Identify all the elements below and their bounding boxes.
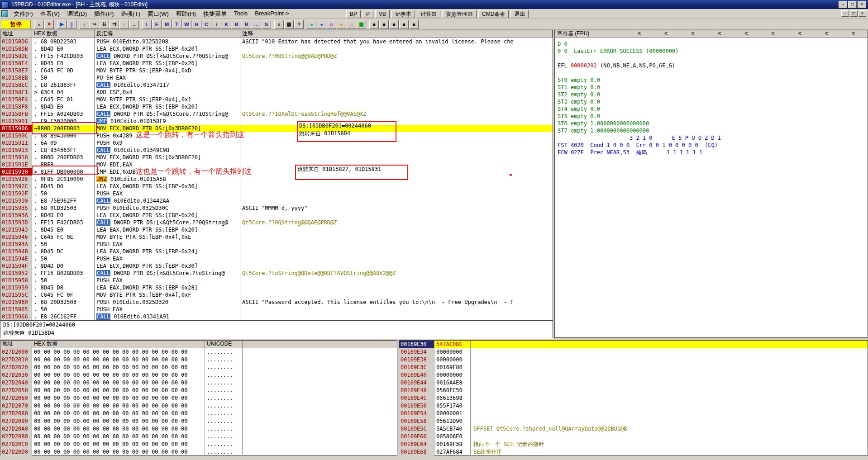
disasm-row[interactable]: 01D1594B. 8D45 DCLEA EAX,DWORD PTR SS:[E… — [0, 248, 553, 255]
pause-icon[interactable]: ║ — [67, 20, 76, 29]
disasm-row[interactable]: 01D158E4. 8D45 E0LEA EAX,DWORD PTR SS:[E… — [0, 60, 553, 67]
register-line[interactable]: FCW 027F Prec NEAR,53 掩码 1 1 1 1 1 1 — [555, 149, 868, 156]
animate-into-icon[interactable]: ⇊ — [100, 20, 109, 29]
handles-window-button[interactable]: H — [192, 20, 201, 29]
plugin-slot-2-icon[interactable]: ■ — [379, 20, 389, 29]
register-line[interactable]: ST4 empty 0.0 — [555, 105, 868, 113]
collapse-chevron-icon[interactable]: < — [852, 30, 855, 38]
collapse-chevron-icon[interactable]: < — [772, 30, 775, 38]
memory-map-icon[interactable]: ▦ — [284, 20, 294, 29]
register-line[interactable]: D 0 — [555, 40, 868, 47]
disasm-row[interactable]: 01D158DB. 8D4D E0LEA ECX,DWORD PTR SS:[E… — [0, 45, 553, 52]
disasm-row[interactable]: 01D1593A. 8D4D E0LEA ECX,DWORD PTR SS:[E… — [0, 212, 553, 219]
dump-row[interactable]: 027D205000 00 00 00 00 00 00 00 00 00 00… — [0, 387, 397, 394]
windows-window-button[interactable]: W — [182, 20, 191, 29]
menu-item[interactable]: 文件(F) — [10, 9, 37, 19]
threads-window-button[interactable]: T — [172, 20, 181, 29]
disasm-row[interactable]: 01D158EC. E8 261863FFCALL 010Edito.01347… — [0, 81, 553, 89]
disasm-row[interactable]: 01D15935. 68 0CD32503PUSH 010Edito.0325D… — [0, 204, 553, 212]
disasm-row[interactable]: 01D1592C. 8D45 D0LEA EAX,DWORD PTR SS:[E… — [0, 183, 553, 190]
disasm-row[interactable]: 01D15918. 8B0D 200FDB03MOV ECX,DWORD PTR… — [0, 154, 553, 161]
stack-row[interactable]: 00169E3400000000 — [399, 348, 868, 356]
modules-window-button[interactable]: E — [152, 20, 162, 29]
cpu-window-button[interactable]: C — [202, 20, 211, 29]
stack-row[interactable]: 00169E6400169F38指向下一个 SEH 记录的指针 — [399, 441, 868, 448]
cmd-button[interactable]: CMD命令 — [478, 10, 509, 18]
source-window-button[interactable]: S — [262, 20, 271, 29]
dump-row[interactable]: 027D201000 00 00 00 00 00 00 00 00 00 00… — [0, 356, 397, 364]
stack-row[interactable]: 00169E30547AC0BC — [399, 341, 868, 348]
menu-item[interactable]: 帮助(H) — [172, 9, 200, 19]
disasm-row[interactable]: 01D15926. 0F85 2C010000JNZ 010Edito.01D1… — [0, 175, 553, 183]
disasm-row[interactable]: 01D15965. 50PUSH EAX — [0, 306, 553, 313]
plugin-slot-1-icon[interactable]: ■ — [369, 20, 379, 29]
blue-plugin-icon[interactable]: ● — [317, 20, 326, 29]
disasm-row[interactable]: 01D158E7. C645 FC 0DMOV BYTE PTR SS:[EBP… — [0, 67, 553, 74]
help-icon[interactable]: ? — [294, 20, 304, 29]
collapse-chevron-icon[interactable]: < — [691, 30, 694, 38]
stack-row[interactable]: 00169E4C05613698 — [399, 394, 868, 402]
register-line[interactable]: ST5 empty 0.0 — [555, 113, 868, 120]
dump-row[interactable]: 027D20A000 00 00 00 00 00 00 00 00 00 00… — [0, 425, 397, 433]
disasm-row[interactable]: 01D1595C. C645 FC 0FMOV BYTE PTR SS:[EBP… — [0, 291, 553, 299]
bp-button[interactable]: BP — [346, 10, 361, 18]
breakpoints-window-button[interactable]: B — [232, 20, 241, 29]
green-plugin-icon[interactable]: ▦ — [357, 20, 366, 29]
disasm-row[interactable]: 01D15913. E8 834363FFCALL 010Edito.01349… — [0, 147, 553, 154]
maximize-button[interactable]: □ — [848, 1, 857, 8]
collapse-chevron-icon[interactable]: < — [825, 30, 828, 38]
register-line[interactable]: ST1 empty 0.0 — [555, 84, 868, 91]
disasm-row[interactable]: 01D158F8. 8D4D E0LEA ECX,DWORD PTR SS:[E… — [0, 103, 553, 110]
dump-row[interactable]: 027D207000 00 00 00 00 00 00 00 00 00 00… — [0, 402, 397, 410]
plugin-slot-5-icon[interactable]: ■ — [409, 20, 419, 29]
register-line[interactable]: ST6 empty 1.0000000000000000 — [555, 120, 868, 127]
disasm-row[interactable]: 01D15958. 50PUSH EAX — [0, 277, 553, 284]
menu-item[interactable]: 快捷菜单 — [200, 9, 230, 19]
stack-row[interactable]: 00169E5C5A5CB740OFFSET Qt5Core.?shared_n… — [399, 425, 868, 433]
animate-over-icon[interactable]: ⇉ — [110, 20, 119, 29]
stack-row[interactable]: 00169E480560FC50 — [399, 387, 868, 394]
dump-row[interactable]: 027D203000 00 00 00 00 00 00 00 00 00 00… — [0, 371, 397, 379]
pink-plugin-icon[interactable]: A — [327, 20, 336, 29]
disasm-row[interactable]: 01D15911. 6A 09PUSH 0x9 — [0, 139, 553, 147]
orange-plugin-icon[interactable]: ● — [337, 20, 346, 29]
disasm-row[interactable]: 01D15966. E8 26C162FFCALL 010Edito.01341… — [0, 313, 553, 320]
menu-item[interactable]: 查看(V) — [37, 9, 63, 19]
disasm-row[interactable]: 01D1594E. 50PUSH EAX — [0, 255, 553, 262]
register-line[interactable]: 0 0 LastErr ERROR_SUCCESS (00000000) — [555, 47, 868, 55]
notepad-button[interactable]: 记事本 — [391, 10, 415, 18]
collapse-chevron-icon[interactable]: < — [718, 30, 721, 38]
callstack-window-button[interactable]: K — [222, 20, 231, 29]
disasm-row[interactable]: 01D15959. 8D45 D8LEA EAX,DWORD PTR SS:[E… — [0, 284, 553, 291]
disasm-row[interactable]: 01D15952. FF15 802BDB03CALL DWORD PTR DS… — [0, 270, 553, 277]
plugin-slot-4-icon[interactable]: ■ — [399, 20, 409, 29]
dump-row[interactable]: 027D208000 00 00 00 00 00 00 00 00 00 00… — [0, 410, 397, 417]
dump-row[interactable]: 027D200000 00 00 00 00 00 00 00 00 00 00… — [0, 348, 397, 356]
collapse-chevron-icon[interactable]: < — [664, 30, 668, 38]
calculator-button[interactable]: 计算器 — [417, 10, 440, 18]
references-window-button[interactable]: R — [242, 20, 251, 29]
white-plugin-icon[interactable]: ○ — [347, 20, 356, 29]
collapse-chevron-icon[interactable]: < — [638, 30, 641, 38]
stack-row[interactable]: 00169E5805612D90 — [399, 417, 868, 425]
stack-row[interactable]: 00169E50055F1740 — [399, 402, 868, 410]
menu-item[interactable]: 调试(D) — [63, 9, 91, 19]
plugin-slot-3-icon[interactable]: ■ — [389, 20, 399, 29]
register-line[interactable]: EFL 00000202 (NO,NB,NE,A,NS,PO,GE,G) — [555, 62, 868, 69]
register-line[interactable]: ST0 empty 0.0 — [555, 76, 868, 84]
disasm-row[interactable]: 01D15946. C645 FC 0EMOV BYTE PTR SS:[EBP… — [0, 233, 553, 241]
menu-item[interactable]: 选项(T) — [117, 9, 144, 19]
stack-row[interactable]: 00169E68027AF684SE处理程序 — [399, 448, 868, 456]
disasm-row[interactable]: 01D15960. 68 20D32503PUSH 010Edito.0325D… — [0, 299, 553, 306]
dump-row[interactable]: 027D202000 00 00 00 00 00 00 00 00 00 00… — [0, 364, 397, 371]
until-return-icon[interactable]: ↑ — [119, 20, 129, 29]
disasm-row[interactable]: 01D158DE. FF15 F42CDB03CALL DWORD PTR DS… — [0, 52, 553, 60]
dump-row[interactable]: 027D20D000 00 00 00 00 00 00 00 00 00 00… — [0, 448, 397, 456]
stack-row[interactable]: 00169E440016A4E8 — [399, 379, 868, 387]
dump-row[interactable]: 027D209000 00 00 00 00 00 00 00 00 00 00… — [0, 417, 397, 425]
run-icon[interactable]: ▶ — [57, 20, 67, 29]
menu-item[interactable]: 插件(P) — [91, 9, 117, 19]
patches-window-button[interactable]: / — [212, 20, 221, 29]
cyan-plugin-icon[interactable]: ● — [307, 20, 316, 29]
dump-row[interactable]: 027D20B000 00 00 00 00 00 00 00 00 00 00… — [0, 433, 397, 441]
